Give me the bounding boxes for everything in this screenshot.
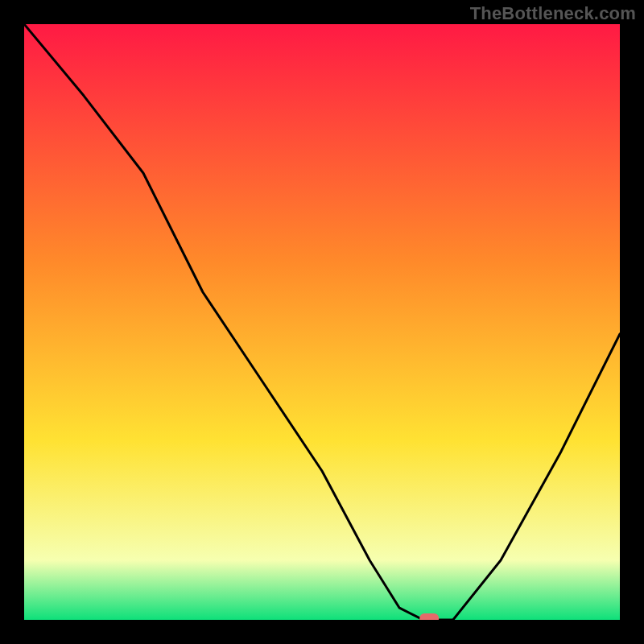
watermark-text: TheBottleneck.com	[470, 3, 636, 24]
curve-layer	[24, 24, 620, 620]
bottleneck-curve	[24, 24, 620, 620]
optimum-marker	[419, 613, 439, 620]
chart-frame: TheBottleneck.com	[0, 0, 644, 644]
plot-area	[24, 24, 620, 620]
